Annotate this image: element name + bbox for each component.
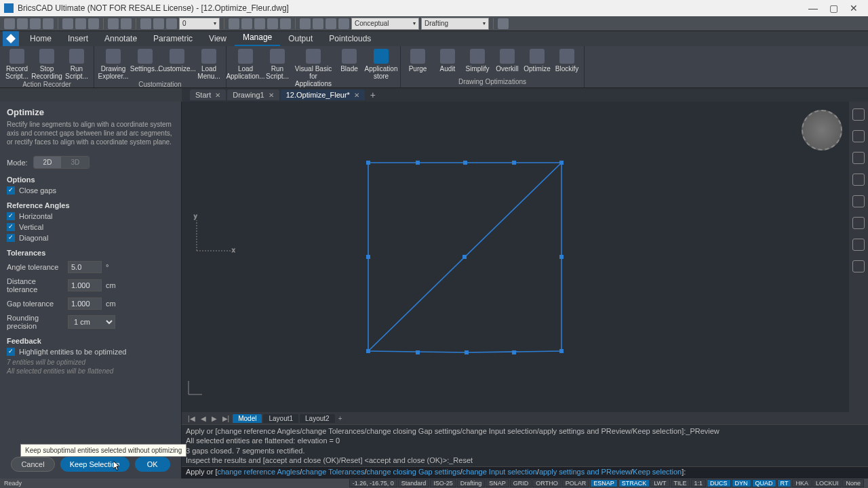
status-drafting[interactable]: Drafting bbox=[457, 479, 486, 487]
tab-layout2[interactable]: Layout2 bbox=[300, 414, 335, 423]
close-button[interactable]: ✕ bbox=[844, 3, 864, 14]
layer-combo[interactable]: 0 bbox=[179, 18, 220, 30]
tool-icon[interactable] bbox=[153, 18, 164, 29]
undo-icon[interactable] bbox=[108, 18, 119, 29]
stop-recording-button[interactable]: Stop Recording bbox=[34, 47, 60, 80]
close-tab-icon[interactable]: ✕ bbox=[215, 92, 220, 99]
status-lwt[interactable]: LWT bbox=[650, 479, 669, 487]
save-icon[interactable] bbox=[30, 18, 41, 29]
close-tab-icon[interactable]: ✕ bbox=[269, 92, 274, 99]
layout-nav-next[interactable]: ▶ bbox=[210, 415, 219, 422]
tips-icon[interactable] bbox=[852, 108, 865, 121]
status-rt[interactable]: RT bbox=[777, 479, 792, 487]
add-tab-button[interactable]: + bbox=[366, 89, 380, 100]
maximize-button[interactable]: ▢ bbox=[823, 3, 844, 14]
vba-button[interactable]: Visual Basic for Applications bbox=[294, 47, 332, 87]
overkill-button[interactable]: Overkill bbox=[494, 47, 520, 73]
mode-3d[interactable]: 3D bbox=[61, 157, 89, 168]
new-icon[interactable] bbox=[4, 18, 15, 29]
status-polar[interactable]: POLAR bbox=[562, 479, 590, 487]
components-icon[interactable] bbox=[852, 239, 865, 251]
close-gaps-checkbox[interactable] bbox=[7, 186, 15, 195]
status-quad[interactable]: QUAD bbox=[752, 479, 776, 487]
record-script-button[interactable]: Record Script... bbox=[4, 47, 30, 80]
status-strack[interactable]: STRACK bbox=[618, 479, 650, 487]
tab-insert[interactable]: Insert bbox=[60, 31, 96, 46]
status-standard[interactable]: Standard bbox=[398, 479, 430, 487]
open-icon[interactable] bbox=[17, 18, 28, 29]
tab-model[interactable]: Model bbox=[233, 414, 262, 423]
app-menu-button[interactable] bbox=[3, 31, 19, 46]
status-dyn[interactable]: DYN bbox=[732, 479, 751, 487]
close-tab-icon[interactable]: ✕ bbox=[354, 92, 359, 99]
tool-icon[interactable] bbox=[338, 18, 349, 29]
app-store-button[interactable]: Application store bbox=[366, 47, 396, 80]
doc-tab-drawing1[interactable]: Drawing1✕ bbox=[227, 89, 279, 100]
load-menu-button[interactable]: Load Menu... bbox=[196, 47, 222, 80]
horizontal-checkbox[interactable] bbox=[7, 212, 15, 220]
tool-icon[interactable] bbox=[254, 18, 265, 29]
tab-view[interactable]: View bbox=[201, 31, 235, 46]
tool-icon[interactable] bbox=[313, 18, 323, 29]
view-cube[interactable] bbox=[802, 110, 842, 150]
tab-pointclouds[interactable]: Pointclouds bbox=[321, 31, 379, 46]
diagonal-checkbox[interactable] bbox=[7, 234, 15, 242]
tool-icon[interactable] bbox=[300, 18, 311, 29]
status-iso[interactable]: ISO-25 bbox=[430, 479, 456, 487]
status-grid[interactable]: GRID bbox=[510, 479, 532, 487]
highlight-checkbox[interactable] bbox=[7, 348, 15, 356]
doc-tab-start[interactable]: Start✕ bbox=[190, 89, 226, 100]
tool-icon[interactable] bbox=[140, 18, 151, 29]
purge-button[interactable]: Purge bbox=[405, 47, 431, 73]
tab-layout1[interactable]: Layout1 bbox=[263, 414, 298, 423]
fx-icon[interactable] bbox=[852, 217, 865, 229]
tab-home[interactable]: Home bbox=[22, 31, 60, 46]
status-scale[interactable]: 1:1 bbox=[691, 479, 707, 487]
gap-tolerance-input[interactable] bbox=[68, 298, 102, 310]
copy-icon[interactable] bbox=[75, 18, 86, 29]
tab-annotate[interactable]: Annotate bbox=[96, 31, 145, 46]
canvas[interactable]: x y bbox=[182, 102, 868, 412]
command-input[interactable]: Apply or [change reference Angles/change… bbox=[182, 466, 868, 479]
audit-button[interactable]: Audit bbox=[435, 47, 460, 73]
cancel-button[interactable]: Cancel bbox=[11, 457, 54, 472]
status-tile[interactable]: TILE bbox=[671, 479, 690, 487]
tool-icon[interactable] bbox=[229, 18, 239, 29]
status-snap[interactable]: SNAP bbox=[486, 479, 509, 487]
help-icon[interactable] bbox=[498, 18, 509, 29]
tab-output[interactable]: Output bbox=[280, 31, 321, 46]
structure-icon[interactable] bbox=[852, 152, 865, 164]
status-ortho[interactable]: ORTHO bbox=[532, 479, 561, 487]
tab-parametric[interactable]: Parametric bbox=[145, 31, 201, 46]
print-icon[interactable] bbox=[43, 18, 54, 29]
run-script2-button[interactable]: Run Script... bbox=[264, 47, 290, 80]
cloud-icon[interactable] bbox=[852, 260, 865, 272]
customize-button[interactable]: Customize... bbox=[162, 47, 192, 73]
simplify-button[interactable]: Simplify bbox=[465, 47, 490, 73]
load-application-button[interactable]: Load Application... bbox=[231, 47, 260, 80]
blade-button[interactable]: Blade bbox=[336, 47, 362, 73]
blockify-button[interactable]: Blockify bbox=[554, 47, 580, 73]
ok-button[interactable]: OK bbox=[135, 457, 170, 472]
visual-style-combo[interactable]: Conceptual bbox=[351, 18, 419, 30]
layout-nav-first[interactable]: |◀ bbox=[186, 415, 197, 422]
cut-icon[interactable] bbox=[62, 18, 73, 29]
tool-icon[interactable] bbox=[166, 18, 177, 29]
minimize-button[interactable]: — bbox=[803, 3, 823, 14]
tab-manage[interactable]: Manage bbox=[235, 30, 280, 46]
run-script-button[interactable]: Run Script... bbox=[64, 47, 90, 80]
paste-icon[interactable] bbox=[88, 18, 99, 29]
tool-icon[interactable] bbox=[241, 18, 252, 29]
status-ducs[interactable]: DUCS bbox=[707, 479, 731, 487]
angle-tolerance-input[interactable] bbox=[68, 261, 102, 273]
layout-nav-prev[interactable]: ◀ bbox=[199, 415, 208, 422]
status-hka[interactable]: HKA bbox=[792, 479, 812, 487]
vertical-checkbox[interactable] bbox=[7, 223, 15, 231]
rounding-precision-select[interactable]: 1 cm bbox=[68, 315, 115, 329]
doc-tab-optimize-fleur[interactable]: 12.Optimize_Fleur*✕ bbox=[281, 89, 365, 100]
optimize-button[interactable]: Optimize bbox=[524, 47, 550, 73]
tool-icon[interactable] bbox=[280, 18, 291, 29]
status-esnap[interactable]: ESNAP bbox=[590, 479, 618, 487]
drawing-explorer-button[interactable]: Drawing Explorer... bbox=[98, 47, 128, 80]
layout-nav-last[interactable]: ▶| bbox=[220, 415, 232, 422]
